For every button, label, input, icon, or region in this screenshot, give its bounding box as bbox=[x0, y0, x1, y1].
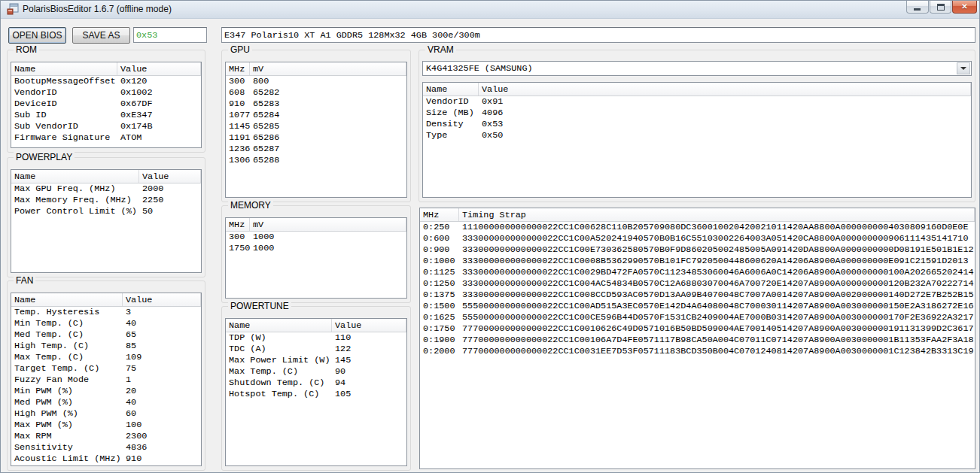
fan-table[interactable]: NameValueTemp. Hysteresis3Min Temp. (C)4… bbox=[11, 293, 202, 466]
table-row[interactable]: 114565285 bbox=[226, 121, 406, 132]
column-header[interactable]: Value bbox=[139, 170, 201, 183]
maximize-button[interactable] bbox=[930, 1, 951, 14]
table-cell: 3 bbox=[123, 307, 201, 318]
table-row[interactable]: 0:1375333000000000000022CC1C008CCD593AC0… bbox=[420, 290, 975, 301]
table-row[interactable]: Density0x53 bbox=[423, 119, 971, 130]
table-row[interactable]: 91065283 bbox=[226, 99, 406, 110]
column-header[interactable]: Value bbox=[479, 83, 971, 96]
table-row[interactable]: 0:1750777000000000000022CC1C0010626C49D0… bbox=[420, 323, 975, 335]
table-row[interactable]: Fuzzy Fan Mode1 bbox=[11, 374, 201, 386]
column-header[interactable]: MHz bbox=[420, 208, 459, 221]
close-button[interactable]: ✕ bbox=[952, 1, 977, 14]
table-row[interactable]: 0:2000777000000000000022CC1C0031EE7D53F0… bbox=[420, 346, 975, 357]
table-row[interactable]: Type0x50 bbox=[423, 130, 971, 141]
table-cell: 60 bbox=[123, 408, 201, 420]
vram-group-label: VRAM bbox=[425, 44, 456, 55]
table-row[interactable]: Temp. Hysteresis3 bbox=[11, 307, 201, 318]
column-header[interactable]: Value bbox=[117, 62, 201, 75]
table-cell: 1145 bbox=[226, 121, 250, 132]
table-row[interactable]: Sub ID0xE347 bbox=[11, 110, 201, 121]
table-row[interactable]: Target Temp. (C)75 bbox=[11, 363, 201, 374]
table-row[interactable]: 119165286 bbox=[226, 132, 406, 144]
table-row[interactable]: Max Power Limit (W)145 bbox=[226, 355, 406, 366]
column-header[interactable]: Name bbox=[423, 83, 479, 96]
table-row[interactable]: 0:1900777000000000000022CC1C00106A7D4FE0… bbox=[420, 335, 975, 346]
column-header[interactable]: Name bbox=[11, 170, 139, 183]
column-header[interactable]: Name bbox=[11, 62, 117, 75]
column-header[interactable]: Name bbox=[226, 319, 332, 332]
column-header[interactable]: MHz bbox=[226, 218, 250, 231]
table-row[interactable]: Max PWM (%)100 bbox=[11, 420, 201, 431]
table-row[interactable]: VendorID0x91 bbox=[423, 96, 971, 108]
table-row[interactable]: Acoustic Limit (MHz)910 bbox=[11, 453, 201, 465]
table-row[interactable]: Sensitivity4836 bbox=[11, 442, 201, 453]
table-row[interactable]: Shutdown Temp. (C)94 bbox=[226, 377, 406, 389]
table-row[interactable]: 0:1500555000000000000022CC1C00AD515A3EC0… bbox=[420, 301, 975, 312]
table-row[interactable]: Max GPU Freq. (MHz)2000 bbox=[11, 183, 201, 195]
table-row[interactable]: Hotspot Temp. (C)105 bbox=[226, 389, 406, 400]
table-row[interactable]: 0:1250333000000000000022CC1C004AC54834B0… bbox=[420, 278, 975, 290]
table-row[interactable]: 60865282 bbox=[226, 87, 406, 99]
table-row[interactable]: Min Temp. (C)40 bbox=[11, 318, 201, 329]
table-row[interactable]: Max RPM2300 bbox=[11, 431, 201, 442]
table-row[interactable]: TDP (W)110 bbox=[226, 332, 406, 344]
table-row[interactable]: High PWM (%)60 bbox=[11, 408, 201, 420]
table-row[interactable]: 0:900333000000000000022CC1C00E7303625805… bbox=[420, 244, 975, 256]
minimize-button[interactable] bbox=[906, 1, 929, 14]
column-header[interactable]: Timing Strap bbox=[459, 208, 975, 221]
table-cell: 333000000000000022CC1C004AC54834B0570C12… bbox=[459, 278, 975, 290]
bios-description-input[interactable] bbox=[221, 27, 975, 43]
table-cell: ATOM bbox=[117, 132, 201, 144]
table-cell: 85 bbox=[123, 341, 201, 352]
table-cell: 65287 bbox=[250, 144, 406, 155]
table-cell: Acoustic Limit (MHz) bbox=[11, 453, 123, 465]
table-row[interactable]: 0:250111000000000000022CC1C00628C110B205… bbox=[420, 222, 975, 233]
vram-info-table[interactable]: NameValueVendorID0x91Size (MB)4096Densit… bbox=[422, 82, 972, 198]
table-row[interactable]: 0:600333000000000000022CC1C00A5202419405… bbox=[420, 233, 975, 244]
table-row[interactable]: TDC (A)122 bbox=[226, 344, 406, 355]
table-row[interactable]: 130665288 bbox=[226, 155, 406, 166]
table-row[interactable]: Size (MB)4096 bbox=[423, 108, 971, 119]
table-row[interactable]: 300800 bbox=[226, 76, 406, 87]
powerplay-table[interactable]: NameValueMax GPU Freq. (MHz)2000Max Memo… bbox=[11, 169, 202, 273]
table-row[interactable]: Sub VendorID0x174B bbox=[11, 121, 201, 132]
column-header[interactable]: Name bbox=[11, 293, 123, 306]
table-row[interactable]: Power Control Limit (%)50 bbox=[11, 206, 201, 217]
memory-table[interactable]: MHzmV300100017501000 bbox=[225, 217, 407, 299]
table-row[interactable]: Max Memory Freq. (MHz)2250 bbox=[11, 195, 201, 206]
table-row[interactable]: 17501000 bbox=[226, 243, 406, 254]
save-as-button[interactable]: SAVE AS bbox=[72, 27, 130, 44]
open-bios-button[interactable]: OPEN BIOS bbox=[8, 27, 66, 44]
column-header[interactable]: mV bbox=[250, 62, 406, 75]
offset-input[interactable] bbox=[133, 27, 207, 43]
table-row[interactable]: Med PWM (%)40 bbox=[11, 397, 201, 408]
vram-module-select[interactable]: K4G41325FE (SAMSUNG) bbox=[422, 61, 972, 76]
table-row[interactable]: DeviceID0x67DF bbox=[11, 99, 201, 110]
column-header[interactable]: Value bbox=[123, 293, 201, 306]
rom-table[interactable]: NameValueBootupMessageOffset0x120VendorI… bbox=[11, 62, 202, 148]
table-row[interactable]: VendorID0x1002 bbox=[11, 87, 201, 99]
table-row[interactable]: Max Temp. (C)90 bbox=[226, 366, 406, 377]
table-row[interactable]: 123665287 bbox=[226, 144, 406, 155]
column-header[interactable]: MHz bbox=[226, 62, 250, 75]
vram-dropdown-button[interactable] bbox=[957, 62, 970, 74]
table-row[interactable]: Min PWM (%)20 bbox=[11, 386, 201, 397]
table-cell: 0:1375 bbox=[420, 290, 459, 301]
table-row[interactable]: 0:1000333000000000000022CC1C0008B5362990… bbox=[420, 256, 975, 267]
timing-strap-table[interactable]: MHzTiming Strap0:250111000000000000022CC… bbox=[419, 208, 975, 469]
table-row[interactable]: 0:1625555000000000000022CC1C00CE596B44D0… bbox=[420, 312, 975, 323]
table-row[interactable]: 0:1125333000000000000022CC1C0029BD472FA0… bbox=[420, 267, 975, 278]
powertune-table[interactable]: NameValueTDP (W)110TDC (A)122Max Power L… bbox=[225, 318, 407, 466]
column-header[interactable]: Value bbox=[332, 319, 406, 332]
gpu-table[interactable]: MHzmV30080060865282910652831077652841145… bbox=[225, 62, 407, 198]
table-cell: 4096 bbox=[479, 108, 971, 119]
table-row[interactable]: Max Temp. (C)109 bbox=[11, 352, 201, 363]
table-row[interactable]: 3001000 bbox=[226, 232, 406, 243]
table-row[interactable]: High Temp. (C)85 bbox=[11, 341, 201, 352]
table-row[interactable]: 107765284 bbox=[226, 110, 406, 121]
table-row[interactable]: BootupMessageOffset0x120 bbox=[11, 76, 201, 87]
title-bar[interactable]: PolarisBiosEditor 1.6.7 (offline mode) ✕ bbox=[1, 1, 979, 19]
table-row[interactable]: Firmware SignatureATOM bbox=[11, 132, 201, 144]
column-header[interactable]: mV bbox=[250, 218, 406, 231]
table-row[interactable]: Med Temp. (C)65 bbox=[11, 329, 201, 341]
